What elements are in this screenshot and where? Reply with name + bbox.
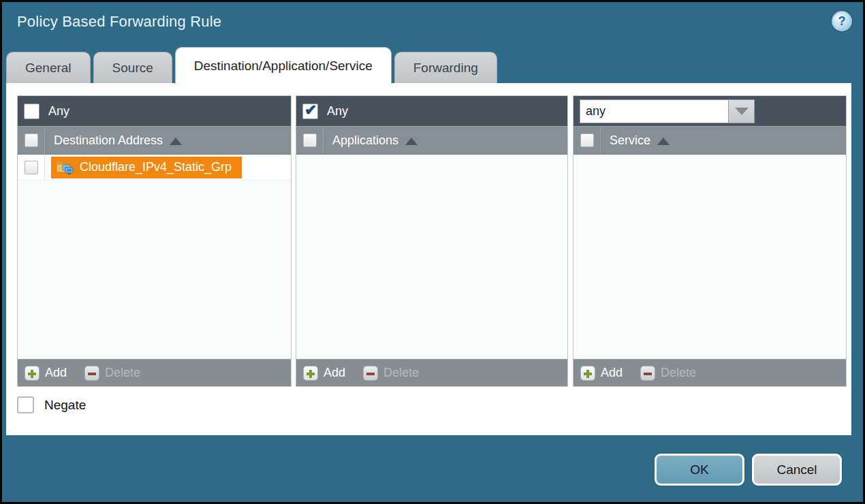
tab-forwarding[interactable]: Forwarding: [394, 52, 497, 84]
service-column: any Service Add: [573, 95, 847, 387]
sort-asc-icon[interactable]: [170, 138, 182, 145]
delete-button[interactable]: Delete: [84, 366, 140, 381]
service-dropdown-button[interactable]: [729, 99, 755, 123]
ok-button[interactable]: OK: [655, 454, 744, 486]
tab-bar: General Source Destination/Application/S…: [6, 47, 497, 84]
service-toolbar: Add Delete: [573, 359, 846, 386]
destination-any-checkbox[interactable]: [24, 104, 40, 119]
delete-button[interactable]: Delete: [640, 366, 696, 381]
applications-column: Any Applications Add Delete: [296, 95, 568, 387]
minus-icon: [84, 366, 99, 381]
applications-any-bar: Any: [296, 96, 567, 126]
minus-icon: [640, 366, 655, 381]
applications-header-label[interactable]: Applications: [332, 133, 398, 148]
plus-icon: [303, 366, 318, 381]
selected-address-group[interactable]: Cloudflare_IPv4_Static_Grp: [51, 157, 242, 178]
negate-option: Negate: [17, 396, 86, 413]
service-select-all-checkbox[interactable]: [580, 133, 594, 147]
plus-icon: [580, 366, 595, 381]
row-checkbox[interactable]: [25, 161, 38, 174]
service-dropdown[interactable]: any: [580, 99, 755, 123]
cancel-button[interactable]: Cancel: [752, 454, 842, 486]
destination-any-bar: Any: [18, 96, 291, 126]
add-button[interactable]: Add: [303, 366, 345, 381]
destination-toolbar: Add Delete: [18, 359, 291, 386]
help-icon[interactable]: ?: [832, 11, 852, 31]
service-dropdown-value[interactable]: any: [580, 99, 729, 123]
applications-toolbar: Add Delete: [296, 359, 567, 386]
plus-icon: [25, 366, 40, 381]
tab-general[interactable]: General: [6, 52, 91, 84]
delete-button[interactable]: Delete: [363, 366, 419, 381]
table-row[interactable]: Cloudflare_IPv4_Static_Grp: [18, 155, 291, 180]
applications-any-checkbox[interactable]: [302, 104, 318, 119]
applications-any-label: Any: [327, 104, 348, 119]
applications-list: [296, 155, 567, 359]
sort-asc-icon[interactable]: [405, 138, 418, 145]
tab-source[interactable]: Source: [93, 52, 172, 84]
chevron-down-icon: [735, 108, 749, 115]
destination-any-label: Any: [48, 104, 69, 119]
destination-column-header: Destination Address: [18, 126, 291, 155]
sort-asc-icon[interactable]: [657, 138, 670, 145]
address-group-name: Cloudflare_IPv4_Static_Grp: [80, 160, 232, 174]
add-button[interactable]: Add: [580, 366, 623, 381]
negate-checkbox[interactable]: [17, 396, 34, 413]
service-dropdown-bar: any: [573, 96, 846, 126]
service-list: [573, 155, 846, 359]
destination-list: Cloudflare_IPv4_Static_Grp: [18, 155, 291, 359]
address-group-icon: [55, 159, 74, 175]
minus-icon: [363, 366, 378, 381]
destination-address-column: Any Destination Address: [17, 95, 292, 387]
tab-content-panel: Any Destination Address: [6, 83, 851, 435]
applications-select-all-checkbox[interactable]: [303, 133, 317, 147]
policy-forwarding-dialog: Policy Based Forwarding Rule ? General S…: [0, 0, 865, 504]
applications-column-header: Applications: [296, 126, 567, 155]
negate-label: Negate: [44, 398, 86, 413]
destination-header-label[interactable]: Destination Address: [54, 133, 163, 148]
destination-select-all-checkbox[interactable]: [25, 133, 38, 147]
service-header-label[interactable]: Service: [610, 133, 650, 148]
add-button[interactable]: Add: [25, 366, 67, 381]
tab-destination-application-service[interactable]: Destination/Application/Service: [175, 47, 392, 84]
service-column-header: Service: [573, 126, 846, 155]
dialog-title: Policy Based Forwarding Rule: [17, 13, 221, 31]
